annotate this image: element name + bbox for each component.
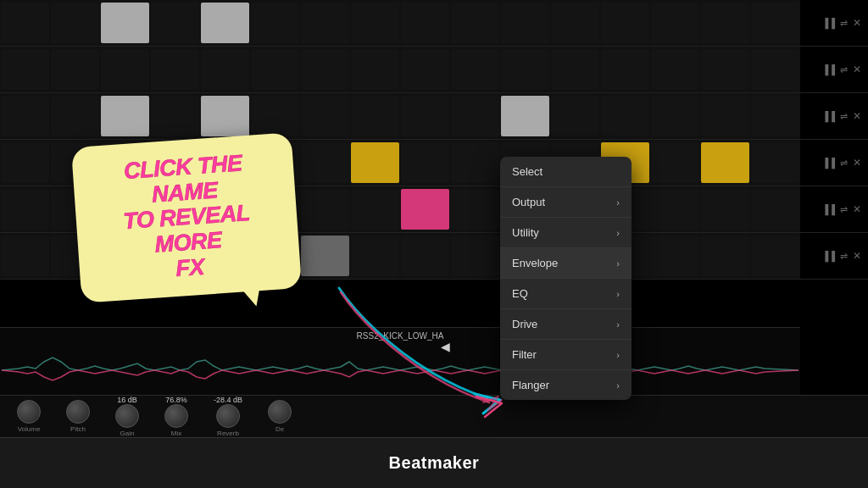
- grid-cell[interactable]: [551, 96, 599, 136]
- grid-cell[interactable]: [301, 236, 349, 276]
- grid-cell[interactable]: [151, 3, 199, 43]
- grid-cell[interactable]: [1, 236, 49, 276]
- grid-cell[interactable]: [701, 189, 749, 230]
- grid-cell[interactable]: [401, 236, 449, 276]
- grid-cell[interactable]: [151, 96, 199, 136]
- grid-cell[interactable]: [301, 96, 349, 136]
- menu-item-flanger[interactable]: Flanger ›: [500, 370, 632, 400]
- grid-cell[interactable]: [1, 3, 49, 43]
- grid-cell[interactable]: [501, 49, 549, 90]
- shuffle-icon-4[interactable]: ⇌: [840, 204, 848, 215]
- grid-cell[interactable]: [201, 3, 249, 43]
- bars-icon[interactable]: ▐▐: [821, 18, 835, 28]
- menu-item-filter[interactable]: Filter ›: [500, 340, 632, 370]
- grid-cell[interactable]: [401, 3, 449, 43]
- grid-cell[interactable]: [251, 3, 299, 43]
- grid-cell[interactable]: [451, 49, 499, 90]
- knob-volume[interactable]: [17, 400, 41, 424]
- grid-cell[interactable]: [651, 49, 699, 90]
- shuffle-icon-3[interactable]: ⇌: [840, 158, 848, 169]
- grid-cell[interactable]: [651, 236, 699, 276]
- grid-cell[interactable]: [351, 3, 399, 43]
- grid-cell[interactable]: [201, 96, 249, 136]
- grid-cell[interactable]: [101, 3, 149, 43]
- grid-cell[interactable]: [651, 96, 699, 136]
- shuffle-icon[interactable]: ⇌: [840, 18, 848, 29]
- grid-cell[interactable]: [251, 96, 299, 136]
- grid-cell[interactable]: [101, 49, 149, 90]
- grid-cell[interactable]: [401, 49, 449, 90]
- grid-cell[interactable]: [751, 189, 799, 230]
- grid-cell[interactable]: [701, 142, 749, 183]
- grid-cell[interactable]: [651, 189, 699, 230]
- track-row-1[interactable]: [0, 47, 800, 93]
- grid-cell[interactable]: [201, 49, 249, 90]
- grid-cell[interactable]: [51, 96, 99, 136]
- grid-cell[interactable]: [451, 142, 499, 183]
- bars-icon-3[interactable]: ▐▐: [821, 158, 835, 168]
- grid-cell[interactable]: [151, 49, 199, 90]
- grid-cell[interactable]: [401, 142, 449, 183]
- grid-cell[interactable]: [501, 96, 549, 136]
- knob-reverb[interactable]: [216, 404, 240, 428]
- grid-cell[interactable]: [651, 142, 699, 183]
- grid-cell[interactable]: [351, 96, 399, 136]
- close-icon-2[interactable]: ✕: [853, 110, 861, 122]
- close-icon-3[interactable]: ✕: [853, 157, 861, 169]
- menu-item-output[interactable]: Output ›: [500, 187, 632, 218]
- track-row-0[interactable]: [0, 0, 800, 47]
- grid-cell[interactable]: [701, 236, 749, 276]
- grid-cell[interactable]: [751, 142, 799, 183]
- grid-cell[interactable]: [351, 189, 399, 230]
- grid-cell[interactable]: [451, 236, 499, 276]
- grid-cell[interactable]: [1, 189, 49, 230]
- grid-cell[interactable]: [701, 49, 749, 90]
- bars-icon-4[interactable]: ▐▐: [821, 204, 835, 214]
- grid-cell[interactable]: [451, 189, 499, 230]
- grid-cell[interactable]: [101, 96, 149, 136]
- bars-icon-2[interactable]: ▐▐: [821, 111, 835, 121]
- grid-cell[interactable]: [601, 96, 649, 136]
- close-icon-4[interactable]: ✕: [853, 203, 861, 215]
- bars-icon-1[interactable]: ▐▐: [821, 64, 835, 75]
- grid-cell[interactable]: [301, 3, 349, 43]
- grid-cell[interactable]: [1, 96, 49, 136]
- grid-cell[interactable]: [751, 49, 799, 90]
- close-icon-5[interactable]: ✕: [853, 250, 861, 262]
- grid-cell[interactable]: [1, 49, 49, 90]
- menu-item-envelope[interactable]: Envelope ›: [500, 248, 632, 279]
- grid-cell[interactable]: [301, 49, 349, 90]
- shuffle-icon-5[interactable]: ⇌: [840, 251, 848, 262]
- menu-item-utility[interactable]: Utility ›: [500, 218, 632, 248]
- grid-cell[interactable]: [551, 49, 599, 90]
- grid-cell[interactable]: [601, 49, 649, 90]
- menu-item-select[interactable]: Select: [500, 157, 632, 187]
- menu-item-drive[interactable]: Drive ›: [500, 309, 632, 340]
- knob-gain[interactable]: [115, 404, 139, 428]
- grid-cell[interactable]: [651, 3, 699, 43]
- grid-cell[interactable]: [401, 96, 449, 136]
- close-icon-0[interactable]: ✕: [853, 17, 861, 29]
- close-icon-1[interactable]: ✕: [853, 64, 861, 75]
- menu-item-eq[interactable]: EQ ›: [500, 279, 632, 309]
- knob-pitch[interactable]: [66, 400, 90, 424]
- grid-cell[interactable]: [301, 142, 349, 183]
- grid-cell[interactable]: [351, 236, 399, 276]
- grid-cell[interactable]: [351, 49, 399, 90]
- knob-de[interactable]: [268, 400, 292, 424]
- grid-cell[interactable]: [751, 96, 799, 136]
- track-row-2[interactable]: [0, 93, 800, 140]
- grid-cell[interactable]: [701, 96, 749, 136]
- grid-cell[interactable]: [501, 3, 549, 43]
- grid-cell[interactable]: [601, 3, 649, 43]
- grid-cell[interactable]: [51, 49, 99, 90]
- grid-cell[interactable]: [1, 142, 49, 183]
- grid-cell[interactable]: [751, 236, 799, 276]
- grid-cell[interactable]: [51, 3, 99, 43]
- grid-cell[interactable]: [551, 3, 599, 43]
- knob-mix[interactable]: [164, 404, 188, 428]
- grid-cell[interactable]: [351, 142, 399, 183]
- grid-cell[interactable]: [751, 3, 799, 43]
- grid-cell[interactable]: [401, 189, 449, 230]
- grid-cell[interactable]: [451, 96, 499, 136]
